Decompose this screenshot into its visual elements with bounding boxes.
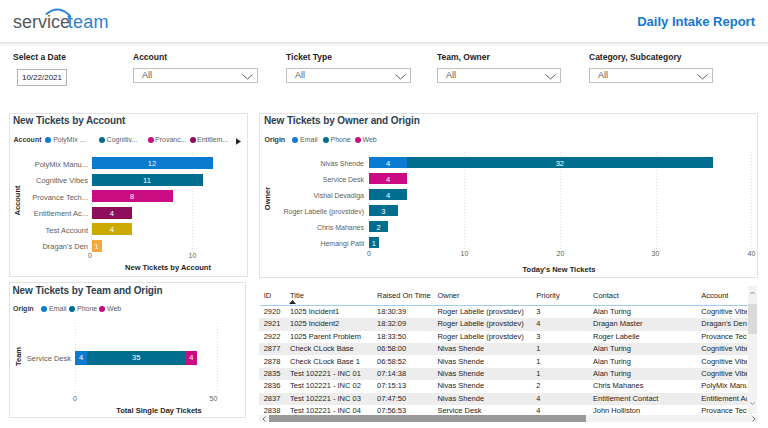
svg-text:team: team [68,12,109,32]
svg-text:service: service [13,12,70,32]
